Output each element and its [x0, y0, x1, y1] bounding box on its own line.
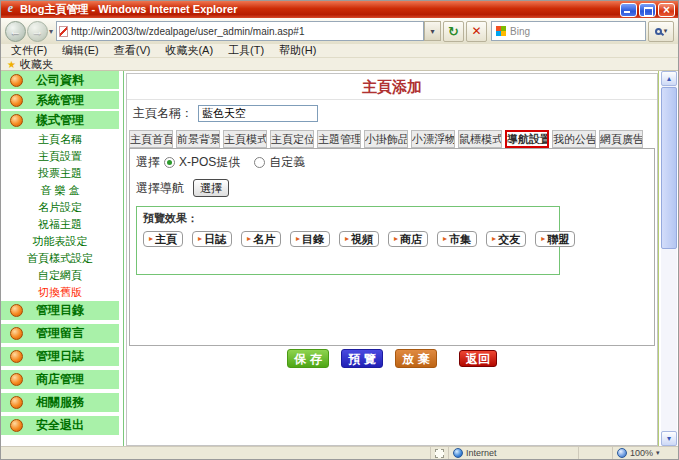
zoom-pane[interactable]: 100% ▾ — [612, 447, 678, 459]
home-name-input[interactable] — [198, 105, 318, 122]
navpill-blog[interactable]: ▸日誌 — [192, 231, 232, 247]
return-button[interactable]: 返回 — [459, 350, 497, 367]
restore-button[interactable] — [639, 3, 656, 17]
sidebar-item-manage-directory[interactable]: 管理目錄 — [1, 301, 119, 320]
sidebar: 公司資料 系統管理 樣式管理 主頁名稱 主頁設置 投票主題 音 樂 盒 名片設定… — [1, 71, 119, 446]
sidebar-item-manage-blog[interactable]: 管理日誌 — [1, 347, 119, 366]
search-icon — [655, 28, 662, 35]
menu-favorites[interactable]: 收藏夹(A) — [165, 43, 213, 58]
tab-small-ornaments[interactable]: 小掛飾品 — [364, 130, 408, 148]
zoom-level: 100% — [630, 448, 653, 458]
navpill-video[interactable]: ▸視頻 — [339, 231, 379, 247]
sidebar-item-system-manage[interactable]: 系統管理 — [1, 91, 119, 109]
tab-my-announcements[interactable]: 我的公告 — [552, 130, 596, 148]
address-dropdown-button[interactable]: ▾ — [424, 21, 441, 41]
sidebar-subitem-custom-page[interactable]: 自定網頁 — [1, 267, 119, 284]
favorites-star-icon: ★ — [7, 59, 16, 70]
sidebar-subitem-music-box[interactable]: 音 樂 盒 — [1, 182, 119, 199]
navpill-card[interactable]: ▸名片 — [241, 231, 281, 247]
status-bar: Internet 100% ▾ — [1, 446, 678, 459]
sidebar-subitem-switch-old-version[interactable]: 切換舊版 — [1, 284, 119, 301]
history-chevron-icon[interactable]: ▾ — [49, 27, 53, 36]
search-button[interactable]: ▾ — [648, 21, 674, 42]
navpill-home[interactable]: ▸主頁 — [143, 231, 183, 247]
protected-mode-icon — [435, 449, 444, 458]
back-button[interactable] — [5, 21, 26, 42]
radio-custom-label[interactable]: 自定義 — [269, 154, 305, 171]
tab-foreground-bg[interactable]: 前景背景 — [176, 130, 220, 148]
home-name-label: 主頁名稱： — [133, 105, 193, 122]
radio-xpos-provided[interactable] — [164, 157, 175, 168]
tab-home-mode[interactable]: 主頁模式 — [223, 130, 267, 148]
close-button[interactable] — [658, 3, 675, 17]
address-bar[interactable]: http://win2003/tw/zdealpage/user_admin/m… — [56, 21, 424, 41]
preview-nav-buttons: ▸主頁 ▸日誌 ▸名片 ▸目錄 ▸視頻 ▸商店 ▸市集 ▸交友 ▸聯盟 — [143, 231, 553, 247]
tab-theme-manage[interactable]: 主題管理 — [317, 130, 361, 148]
sidebar-item-shop-manage[interactable]: 商店管理 — [1, 370, 119, 389]
save-button[interactable]: 保 存 — [287, 349, 329, 368]
navpill-directory[interactable]: ▸目錄 — [290, 231, 330, 247]
menu-edit[interactable]: 编辑(E) — [62, 43, 99, 58]
navpill-alliance[interactable]: ▸聯盟 — [535, 231, 575, 247]
menu-help[interactable]: 帮助(H) — [279, 43, 316, 58]
discard-button[interactable]: 放 棄 — [395, 349, 437, 368]
refresh-button[interactable]: ↻ — [443, 21, 464, 42]
select-button[interactable]: 選擇 — [193, 179, 229, 197]
navpill-market[interactable]: ▸市集 — [437, 231, 477, 247]
preview-button[interactable]: 預 覽 — [341, 349, 383, 368]
choose-label: 選擇 — [136, 154, 160, 171]
search-box[interactable]: Bing — [491, 21, 646, 41]
tab-panel: 選擇 X-POS提供 自定義 選擇導航 選擇 預覽效果： ▸主頁 ▸日誌 — [129, 148, 655, 346]
home-name-row: 主頁名稱： — [127, 100, 657, 127]
status-pane-icon — [430, 447, 448, 459]
tab-web-ads[interactable]: 網頁廣告 — [599, 130, 643, 148]
sidebar-subitem-bless-theme[interactable]: 祝福主題 — [1, 216, 119, 233]
search-input[interactable]: Bing — [510, 26, 641, 37]
scroll-up-icon[interactable]: ▴ — [661, 71, 677, 86]
zoom-chevron-icon[interactable]: ▾ — [656, 449, 660, 457]
sidebar-item-manage-comments[interactable]: 管理留言 — [1, 324, 119, 343]
swirl-icon — [10, 419, 23, 432]
sidebar-item-style-manage[interactable]: 樣式管理 — [1, 111, 119, 129]
sidebar-subitem-card-setup[interactable]: 名片設定 — [1, 199, 119, 216]
menu-tools[interactable]: 工具(T) — [228, 43, 264, 58]
tab-home-position[interactable]: 主頁定位 — [270, 130, 314, 148]
scrollbar-thumb[interactable] — [661, 87, 677, 249]
choose-navigation-row: 選擇導航 選擇 — [136, 179, 648, 197]
bullet-arrow-icon: ▸ — [149, 235, 153, 243]
bullet-arrow-icon: ▸ — [296, 235, 300, 243]
stop-button[interactable]: ✕ — [466, 21, 487, 42]
menu-bar: 文件(F) 编辑(E) 查看(V) 收藏夹(A) 工具(T) 帮助(H) — [1, 44, 678, 58]
forward-button[interactable] — [27, 21, 48, 42]
address-url[interactable]: http://win2003/tw/zdealpage/user_admin/m… — [71, 26, 421, 37]
radio-xpos-label[interactable]: X-POS提供 — [179, 154, 240, 171]
swirl-icon — [10, 94, 23, 107]
tab-navigation-settings[interactable]: 導航設置 — [505, 130, 549, 148]
favorites-label[interactable]: 收藏夹 — [20, 57, 53, 72]
sidebar-item-related-services[interactable]: 相關服務 — [1, 393, 119, 412]
sidebar-subitem-menu-setup[interactable]: 功能表設定 — [1, 233, 119, 250]
sidebar-item-company-info[interactable]: 公司資料 — [1, 71, 119, 89]
menu-view[interactable]: 查看(V) — [114, 43, 151, 58]
sidebar-subitem-homestyle-setup[interactable]: 首頁樣式設定 — [1, 250, 119, 267]
sidebar-subitem-home-setup[interactable]: 主頁設置 — [1, 148, 119, 165]
navpill-friends[interactable]: ▸交友 — [486, 231, 526, 247]
zoom-icon — [617, 448, 627, 458]
navpill-shop[interactable]: ▸商店 — [388, 231, 428, 247]
preview-label: 預覽效果： — [143, 211, 553, 226]
sidebar-divider — [123, 71, 124, 446]
vertical-scrollbar[interactable]: ▴ ▾ — [661, 71, 677, 446]
minimize-button[interactable] — [620, 3, 637, 17]
sidebar-item-safe-logout[interactable]: 安全退出 — [1, 416, 119, 435]
bullet-arrow-icon: ▸ — [541, 235, 545, 243]
swirl-icon — [10, 74, 23, 87]
scroll-down-icon[interactable]: ▾ — [661, 431, 677, 446]
sidebar-subitem-vote-theme[interactable]: 投票主題 — [1, 165, 119, 182]
swirl-icon — [10, 350, 23, 363]
tab-floating-items[interactable]: 小漂浮物 — [411, 130, 455, 148]
action-buttons-row: 保 存 預 覽 放 棄 返回 — [127, 349, 657, 368]
tab-home-front[interactable]: 主頁首頁 — [129, 130, 173, 148]
radio-custom[interactable] — [254, 157, 265, 168]
sidebar-subitem-home-name[interactable]: 主頁名稱 — [1, 131, 119, 148]
tab-cursor-mode[interactable]: 鼠標模式 — [458, 130, 502, 148]
